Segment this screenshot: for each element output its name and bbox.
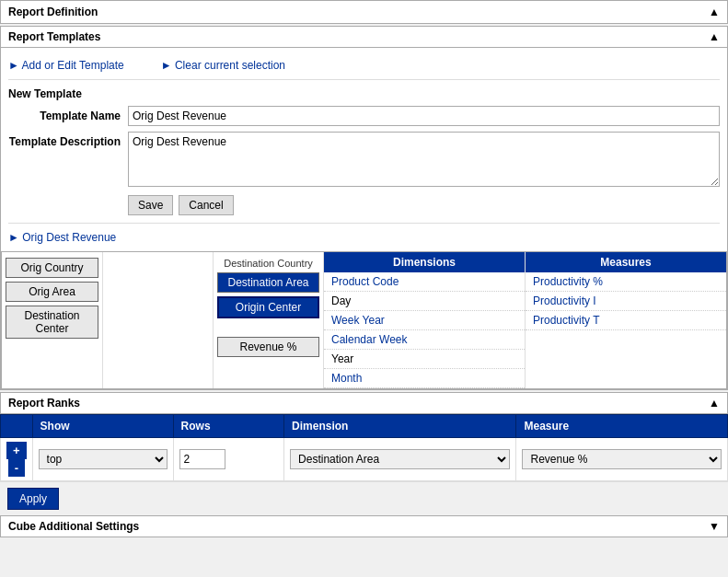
clear-selection-link[interactable]: ► Clear current selection (161, 59, 285, 72)
report-ranks-title: Report Ranks (8, 397, 80, 410)
new-template-label: New Template (8, 87, 720, 100)
add-remove-cell: + - (1, 438, 33, 481)
template-name-label: Template Name (8, 106, 128, 122)
report-ranks-arrow: ▲ (709, 397, 720, 410)
rows-input[interactable] (179, 449, 225, 469)
measure-productivity-i[interactable]: Productivity I (526, 292, 726, 311)
template-desc-row: Template Description (8, 132, 720, 190)
report-ranks-panel: Report Ranks ▲ Show Rows Dimension Measu… (0, 392, 728, 481)
report-templates-title: Report Templates (8, 30, 100, 43)
dimension-drag-area: Orig Country Orig Area Destination Cente… (1, 251, 727, 389)
report-templates-arrow: ▲ (709, 30, 720, 43)
add-rank-button[interactable]: + (6, 442, 27, 459)
revenue-pct-btn[interactable]: Revenue % (217, 337, 319, 357)
dest-col: Destination Country Destination Area Ori… (214, 252, 324, 388)
dim-week-year[interactable]: Week Year (324, 311, 525, 330)
show-select[interactable]: top bottom (39, 449, 168, 469)
measure-select[interactable]: Revenue % Productivity % (522, 449, 722, 469)
destination-center-btn[interactable]: Destination Center (6, 306, 98, 339)
col-header-rows: Rows (173, 415, 283, 438)
dimension-select[interactable]: Destination Area Product Code Day Week Y… (290, 449, 510, 469)
col-header-measure: Measure (516, 415, 728, 438)
ranks-table-row: + - top bottom (1, 438, 728, 481)
dim-year[interactable]: Year (324, 350, 525, 369)
add-edit-template-link[interactable]: ► Add or Edit Template (8, 59, 124, 72)
report-ranks-header[interactable]: Report Ranks ▲ (0, 392, 728, 414)
spacer-col-1 (103, 252, 214, 388)
measure-productivity-pct[interactable]: Productivity % (526, 272, 726, 292)
template-name-input[interactable] (128, 106, 720, 126)
template-desc-input[interactable] (128, 132, 720, 187)
col-header-show: Show (32, 415, 173, 438)
remove-rank-button[interactable]: - (8, 459, 25, 477)
report-ranks-table: Show Rows Dimension Measure + - top (0, 414, 728, 481)
measure-cell: Revenue % Productivity % (516, 438, 728, 481)
cancel-button[interactable]: Cancel (179, 195, 233, 215)
left-buttons-col: Orig Country Orig Area Destination Cente… (2, 252, 103, 388)
report-definition-panel: Report Definition ▲ Report Templates ▲ ►… (0, 0, 728, 537)
apply-button[interactable]: Apply (7, 488, 59, 510)
col-header-dimension: Dimension (284, 415, 516, 438)
orig-dest-row: ► Orig Dest Revenue (8, 223, 720, 244)
cube-settings-row[interactable]: Cube Additional Settings ▼ (0, 515, 728, 537)
orig-dest-revenue-link[interactable]: ► Orig Dest Revenue (8, 231, 116, 244)
rows-cell (173, 438, 283, 481)
cube-settings-arrow: ▼ (709, 520, 720, 533)
report-definition-arrow: ▲ (709, 6, 720, 18)
dest-country-label: Destination Country (217, 258, 319, 269)
dimensions-header: Dimensions (324, 252, 525, 272)
orig-country-btn[interactable]: Orig Country (6, 258, 98, 278)
new-template-section: New Template Template Name Template Desc… (8, 79, 720, 215)
dest-area-btn[interactable]: Destination Area (217, 272, 319, 293)
measures-header: Measures (526, 252, 726, 272)
template-buttons: Save Cancel (8, 195, 720, 215)
dimensions-list: Product Code Day Week Year Calendar Week… (324, 272, 525, 388)
orig-area-btn[interactable]: Orig Area (6, 282, 98, 302)
col-header-add (1, 415, 33, 438)
dimension-cell: Destination Area Product Code Day Week Y… (284, 438, 516, 481)
report-definition-header[interactable]: Report Definition ▲ (0, 0, 728, 24)
measures-list: Productivity % Productivity I Productivi… (526, 272, 726, 330)
measures-col: Measures Productivity % Productivity I P… (526, 252, 726, 388)
apply-row: Apply (0, 481, 728, 515)
origin-center-btn[interactable]: Origin Center (217, 296, 319, 318)
dim-product-code[interactable]: Product Code (324, 272, 525, 292)
report-templates-header[interactable]: Report Templates ▲ (1, 27, 727, 48)
template-desc-label: Template Description (8, 132, 128, 148)
dimensions-col: Dimensions Product Code Day Week Year Ca… (324, 252, 526, 388)
save-button[interactable]: Save (128, 195, 173, 215)
dim-day[interactable]: Day (324, 292, 525, 311)
template-name-row: Template Name (8, 106, 720, 126)
show-cell: top bottom (32, 438, 173, 481)
report-definition-title: Report Definition (8, 6, 98, 18)
dim-month[interactable]: Month (324, 369, 525, 388)
template-links-row: ► Add or Edit Template ► Clear current s… (8, 55, 720, 79)
report-templates-panel: Report Templates ▲ ► Add or Edit Templat… (0, 26, 728, 390)
measure-productivity-t[interactable]: Productivity T (526, 311, 726, 330)
cube-settings-title: Cube Additional Settings (8, 520, 139, 533)
dim-calendar-week[interactable]: Calendar Week (324, 330, 525, 350)
